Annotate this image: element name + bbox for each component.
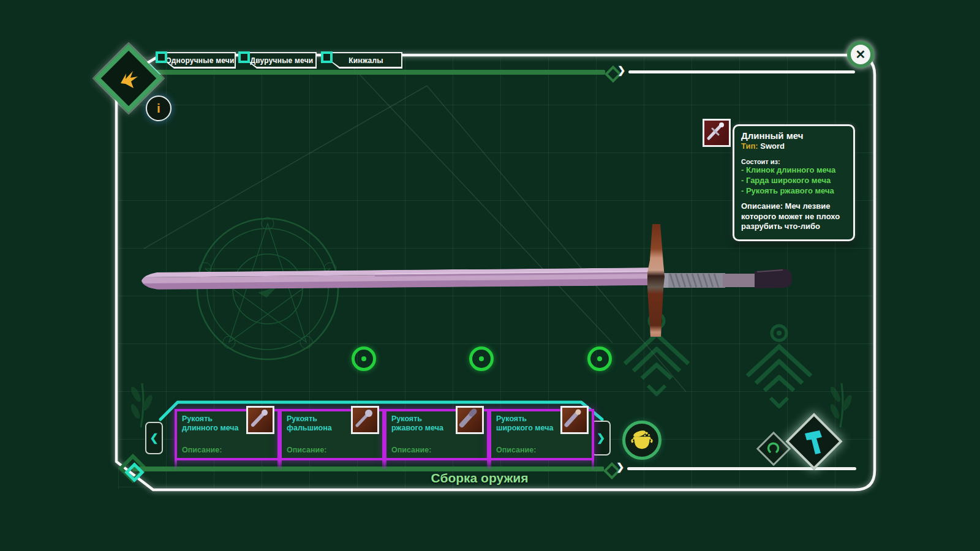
- cauldron-icon: [629, 427, 655, 453]
- info-button[interactable]: i: [146, 96, 172, 121]
- screen-title: Сборка оружия: [357, 471, 602, 485]
- component-card-long-sword-hilt[interactable]: Рукоять длинного меча Описание:: [175, 409, 280, 460]
- attachment-socket[interactable]: [469, 347, 494, 371]
- item-type-label: Тип:: [741, 141, 758, 151]
- hummingbird-icon: [117, 67, 140, 90]
- component-item: - Гарда широкого меча: [741, 176, 847, 186]
- top-bar-chevron-icon: ❯: [617, 66, 625, 75]
- construction-lines: [144, 57, 686, 392]
- info-icon: i: [157, 101, 160, 116]
- hilt-icon: [246, 406, 274, 434]
- top-connector-line: [628, 70, 855, 73]
- tab-one-handed-swords[interactable]: Одноручные мечи: [164, 52, 236, 69]
- item-icon: [703, 119, 731, 147]
- leaf-decor: [829, 383, 854, 427]
- card-title: Рукоять широкого меча: [496, 414, 560, 433]
- tab-label: Двуручные мечи: [247, 52, 317, 69]
- component-item: - Клинок длинного меча: [741, 165, 847, 176]
- sword-preview: [140, 224, 792, 337]
- tab-marker-icon: [156, 51, 167, 63]
- hilt-icon: [456, 406, 484, 434]
- item-description: Описание: Меч лезвие которого может не п…: [741, 201, 847, 232]
- tab-daggers[interactable]: Кинжалы: [330, 52, 402, 69]
- tab-marker-icon: [238, 51, 250, 63]
- card-description-label: Описание:: [391, 446, 431, 454]
- card-description-label: Описание:: [496, 446, 536, 454]
- close-icon: ✕: [856, 47, 866, 62]
- top-connector-bar: [123, 70, 605, 75]
- chevron-right-icon: ❯: [597, 432, 605, 444]
- card-title: Рукоять фальшиона: [287, 414, 350, 433]
- card-description-label: Описание:: [182, 446, 222, 454]
- component-card-rusty-sword-hilt[interactable]: Рукоять ржавого меча Описание:: [384, 409, 489, 460]
- emblem-decor: [747, 326, 811, 407]
- hammer-icon: [801, 428, 827, 455]
- tab-label: Кинжалы: [330, 52, 402, 69]
- item-title: Длинный меч: [741, 130, 847, 141]
- card-title: Рукоять длинного меча: [182, 414, 246, 433]
- hilt-icon: [560, 406, 589, 434]
- tab-marker-icon: [321, 51, 333, 63]
- chevron-left-icon: ❮: [149, 432, 158, 444]
- attachment-socket[interactable]: [587, 347, 612, 371]
- bottom-connector-line: [627, 467, 856, 470]
- cards-prev-button[interactable]: ❮: [145, 422, 163, 454]
- consists-label: Состоит из:: [741, 158, 847, 165]
- item-type-value: Sword: [760, 141, 785, 151]
- cauldron-button[interactable]: [622, 421, 662, 460]
- bottom-bar-chevron-icon: ❯: [616, 462, 624, 472]
- weapon-assembly-screen: ❯ Одноручные мечи Двуручные мечи Кинжалы…: [0, 0, 980, 551]
- item-type-row: Тип: Sword: [741, 141, 847, 151]
- card-description-label: Описание:: [287, 446, 326, 454]
- leaf-decor: [129, 383, 154, 427]
- sword-icon: [704, 121, 725, 141]
- item-tooltip-panel: Длинный меч Тип: Sword Состоит из: - Кли…: [733, 124, 855, 241]
- component-card-broad-sword-hilt[interactable]: Рукоять широкого меча Описание:: [489, 409, 594, 460]
- refresh-icon: [767, 442, 780, 455]
- card-title: Рукоять ржавого меча: [391, 414, 455, 433]
- close-button[interactable]: ✕: [847, 41, 874, 68]
- component-card-falchion-hilt[interactable]: Рукоять фальшиона Описание:: [279, 409, 385, 460]
- tab-two-handed-swords[interactable]: Двуручные мечи: [247, 52, 317, 69]
- tab-label: Одноручные мечи: [164, 52, 236, 69]
- component-item: - Рукоять ржавого меча: [741, 186, 847, 197]
- hilt-icon: [351, 406, 379, 434]
- attachment-socket[interactable]: [352, 347, 376, 371]
